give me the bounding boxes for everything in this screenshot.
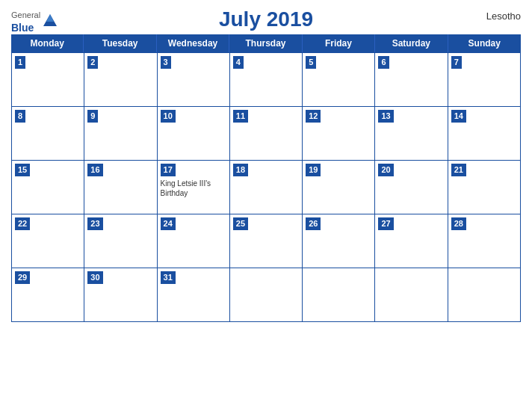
cell-day-number: 18	[233, 164, 248, 176]
cell-day-number: 19	[306, 164, 321, 176]
table-row: 19	[303, 160, 375, 214]
table-row: 2	[84, 52, 157, 106]
calendar-container: General Blue July 2019 Lesotho Monday Tu…	[0, 0, 532, 411]
table-row: 17King Letsie III's Birthday	[158, 160, 230, 214]
logo-blue-text: Blue	[11, 22, 34, 34]
cell-day-number: 10	[161, 110, 176, 123]
logo-area: General Blue	[11, 7, 58, 34]
cell-day-number: 29	[15, 271, 30, 284]
cell-day-number: 2	[87, 56, 98, 69]
cell-day-number: 23	[87, 217, 102, 230]
cell-day-number: 26	[306, 217, 321, 230]
cell-day-number: 12	[306, 110, 321, 123]
table-row: 30	[84, 268, 157, 321]
cell-day-number: 24	[161, 217, 176, 230]
cell-day-number: 14	[451, 110, 466, 123]
cell-day-number: 6	[378, 56, 389, 69]
day-wednesday: Wednesday	[157, 34, 229, 52]
table-row: 15	[12, 160, 84, 214]
cell-day-number: 5	[306, 56, 316, 69]
cell-day-number: 1	[15, 56, 25, 69]
calendar-title: July 2019	[219, 7, 313, 31]
table-row: 23	[84, 214, 157, 268]
table-row: 12	[303, 106, 375, 160]
table-row: 4	[230, 52, 303, 106]
table-row: 26	[303, 214, 375, 268]
cell-day-number: 21	[451, 164, 466, 176]
cell-day-number: 9	[87, 110, 98, 123]
table-row	[375, 268, 448, 321]
svg-marker-1	[46, 14, 54, 22]
day-friday: Friday	[303, 34, 375, 52]
cell-day-number: 30	[87, 271, 102, 284]
table-row: 24	[158, 214, 230, 268]
day-saturday: Saturday	[375, 34, 448, 52]
cell-day-number: 27	[378, 217, 393, 230]
table-row: 6	[375, 52, 448, 106]
table-row: 13	[375, 106, 448, 160]
cell-day-number: 8	[15, 110, 25, 123]
table-row: 28	[448, 214, 521, 268]
cell-day-number: 25	[233, 217, 248, 230]
day-tuesday: Tuesday	[84, 34, 156, 52]
cell-day-number: 31	[161, 271, 176, 284]
cell-day-number: 4	[233, 56, 244, 69]
cell-day-number: 20	[378, 164, 393, 176]
table-row: 1	[12, 52, 84, 106]
table-row	[448, 268, 521, 321]
table-row: 7	[448, 52, 521, 106]
table-row: 22	[12, 214, 84, 268]
table-row: 5	[303, 52, 375, 106]
table-row: 20	[375, 160, 448, 214]
cell-day-number: 7	[451, 56, 462, 69]
table-row: 25	[230, 214, 303, 268]
table-row	[230, 268, 303, 321]
table-row: 31	[158, 268, 230, 321]
logo-general-text: General	[11, 10, 40, 19]
day-monday: Monday	[11, 34, 84, 52]
table-row: 11	[230, 106, 303, 160]
cell-day-number: 15	[15, 164, 30, 176]
cell-day-number: 28	[451, 217, 466, 230]
table-row: 29	[12, 268, 84, 321]
table-row: 21	[448, 160, 521, 214]
table-row: 18	[230, 160, 303, 214]
cell-event: King Letsie III's Birthday	[161, 179, 226, 198]
table-row: 27	[375, 214, 448, 268]
logo-icon	[42, 13, 58, 29]
table-row: 9	[84, 106, 157, 160]
table-row: 3	[158, 52, 230, 106]
calendar-grid: 1234567891011121314151617King Letsie III…	[11, 52, 521, 322]
table-row	[303, 268, 375, 321]
day-thursday: Thursday	[229, 34, 302, 52]
cell-day-number: 16	[87, 164, 102, 176]
header-row: General Blue July 2019 Lesotho	[11, 7, 521, 31]
cell-day-number: 17	[161, 164, 176, 176]
table-row: 8	[12, 106, 84, 160]
logo-text-general: General Blue	[11, 7, 40, 34]
table-row: 10	[158, 106, 230, 160]
cell-day-number: 11	[233, 110, 248, 123]
day-sunday: Sunday	[448, 34, 521, 52]
cell-day-number: 3	[161, 56, 171, 69]
cell-day-number: 13	[378, 110, 393, 123]
table-row: 16	[84, 160, 157, 214]
table-row: 14	[448, 106, 521, 160]
days-header: Monday Tuesday Wednesday Thursday Friday…	[11, 34, 521, 52]
country-label: Lesotho	[486, 10, 521, 22]
cell-day-number: 22	[15, 217, 30, 230]
